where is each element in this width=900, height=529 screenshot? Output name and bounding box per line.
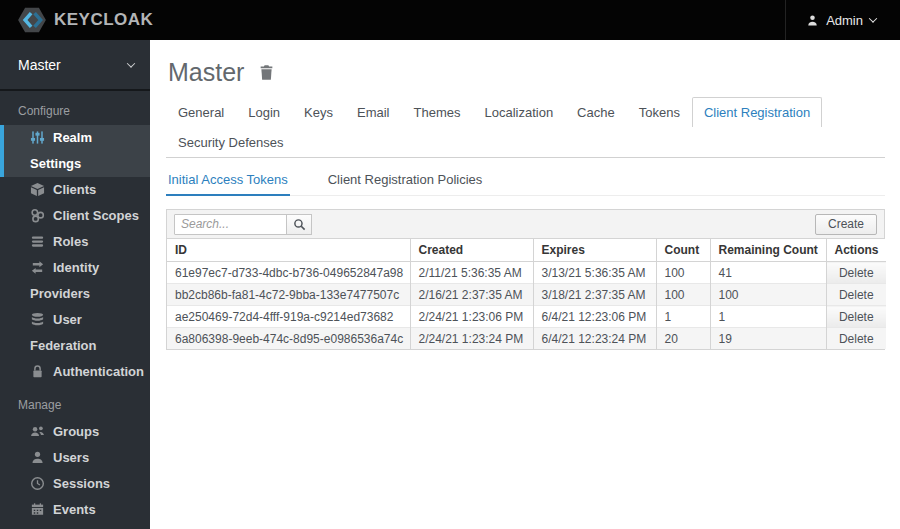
search-input[interactable] [174, 214, 287, 235]
cell-remaining: 1 [710, 306, 826, 328]
user-icon [806, 14, 819, 27]
sidebar-item-import[interactable]: Import [0, 523, 150, 529]
sidebar-item-clients[interactable]: Clients [0, 177, 150, 203]
tokens-table-card: Create IDCreatedExpiresCountRemaining Co… [166, 209, 885, 350]
cell-actions: Delete [826, 262, 886, 284]
create-button[interactable]: Create [815, 214, 877, 235]
cell-id: bb2cb86b-fa81-4c72-9bba-133e7477507c [167, 284, 410, 306]
cell-expires: 3/13/21 5:36:35 AM [533, 262, 656, 284]
user-menu[interactable]: Admin [785, 0, 900, 40]
tab-tokens[interactable]: Tokens [627, 97, 692, 127]
column-header-remaining-count: Remaining Count [710, 239, 826, 262]
client-scopes-icon [30, 208, 45, 223]
cube-icon [30, 182, 45, 197]
topbar: KEYCLOAK Admin [0, 0, 900, 40]
column-header-created: Created [410, 239, 533, 262]
main-content: Master GeneralLoginKeysEmailThemesLocali… [150, 40, 900, 529]
table-toolbar: Create [167, 210, 884, 239]
column-header-actions: Actions [826, 239, 886, 262]
delete-button[interactable]: Delete [827, 284, 887, 305]
keycloak-logo[interactable]: KEYCLOAK [0, 7, 153, 33]
nav-section-header-configure: Configure [0, 91, 150, 125]
sidebar-item-label: Sessions [53, 476, 110, 491]
cell-created: 2/24/21 1:23:24 PM [410, 328, 533, 350]
realm-selector-label: Master [18, 57, 61, 73]
sidebar-item-label: Authentication [53, 364, 144, 379]
table-body: 61e97ec7-d733-4dbc-b736-049652847a982/11… [167, 262, 886, 350]
sidebar: Master ConfigureRealm SettingsClientsCli… [0, 40, 150, 529]
cell-expires: 3/18/21 2:37:35 AM [533, 284, 656, 306]
search-button[interactable] [286, 214, 312, 235]
sidebar-item-label: Events [53, 502, 96, 517]
cell-count: 20 [656, 328, 710, 350]
cell-id: 61e97ec7-d733-4dbc-b736-049652847a98 [167, 262, 410, 284]
user-menu-label: Admin [826, 13, 863, 28]
cell-expires: 6/4/21 12:23:06 PM [533, 306, 656, 328]
cell-created: 2/11/21 5:36:35 AM [410, 262, 533, 284]
tab-keys[interactable]: Keys [292, 97, 345, 127]
cell-count: 100 [656, 262, 710, 284]
calendar-icon [30, 502, 45, 517]
cell-actions: Delete [826, 306, 886, 328]
delete-button[interactable]: Delete [827, 262, 887, 283]
table-row: bb2cb86b-fa81-4c72-9bba-133e7477507c2/16… [167, 284, 886, 306]
sidebar-item-users[interactable]: Users [0, 445, 150, 471]
column-header-id: ID [167, 239, 410, 262]
subtabs: Initial Access TokensClient Registration… [166, 166, 885, 196]
column-header-count: Count [656, 239, 710, 262]
cell-remaining: 100 [710, 284, 826, 306]
tab-security-defenses[interactable]: Security Defenses [166, 127, 296, 157]
sidebar-item-events[interactable]: Events [0, 497, 150, 523]
table-header-row: IDCreatedExpiresCountRemaining CountActi… [167, 239, 886, 262]
page-title: Master [168, 58, 244, 87]
sidebar-item-user-federation[interactable]: User Federation [0, 307, 150, 359]
database-icon [30, 312, 45, 327]
cell-created: 2/16/21 2:37:35 AM [410, 284, 533, 306]
sidebar-item-client-scopes[interactable]: Client Scopes [0, 203, 150, 229]
sidebar-item-identity-providers[interactable]: Identity Providers [0, 255, 150, 307]
cell-actions: Delete [826, 284, 886, 306]
chevron-down-icon [127, 59, 135, 67]
tab-login[interactable]: Login [236, 97, 292, 127]
cell-id: ae250469-72d4-4fff-919a-c9214ed73682 [167, 306, 410, 328]
sidebar-item-label: Users [53, 450, 89, 465]
lock-icon [30, 364, 45, 379]
sidebar-item-roles[interactable]: Roles [0, 229, 150, 255]
cell-created: 2/24/21 1:23:06 PM [410, 306, 533, 328]
clock-icon [30, 476, 45, 491]
sidebar-item-sessions[interactable]: Sessions [0, 471, 150, 497]
table-row: 6a806398-9eeb-474c-8d95-e0986536a74c2/24… [167, 328, 886, 350]
sidebar-item-label: Clients [53, 182, 96, 197]
cell-actions: Delete [826, 328, 886, 350]
sidebar-item-authentication[interactable]: Authentication [0, 359, 150, 385]
exchange-icon [30, 260, 45, 275]
cell-remaining: 41 [710, 262, 826, 284]
cell-count: 1 [656, 306, 710, 328]
chevron-down-icon [869, 14, 877, 22]
tab-cache[interactable]: Cache [565, 97, 627, 127]
trash-icon[interactable] [258, 64, 275, 82]
tab-client-registration[interactable]: Client Registration [692, 97, 822, 127]
cell-count: 100 [656, 284, 710, 306]
cell-expires: 6/4/21 12:23:24 PM [533, 328, 656, 350]
tab-themes[interactable]: Themes [401, 97, 472, 127]
cell-id: 6a806398-9eeb-474c-8d95-e0986536a74c [167, 328, 410, 350]
tokens-table: IDCreatedExpiresCountRemaining CountActi… [167, 239, 886, 349]
nav-section-header-manage: Manage [0, 385, 150, 419]
tab-email[interactable]: Email [345, 97, 402, 127]
roles-icon [30, 234, 45, 249]
delete-button[interactable]: Delete [827, 328, 887, 349]
subtab-initial-access-tokens[interactable]: Initial Access Tokens [166, 166, 290, 196]
sidebar-item-realm-settings[interactable]: Realm Settings [0, 125, 150, 177]
sidebar-item-label: Client Scopes [53, 208, 139, 223]
subtab-client-registration-policies[interactable]: Client Registration Policies [326, 166, 485, 196]
search-icon [293, 218, 306, 231]
column-header-expires: Expires [533, 239, 656, 262]
tab-localization[interactable]: Localization [472, 97, 565, 127]
realm-selector[interactable]: Master [0, 40, 150, 91]
sidebar-item-groups[interactable]: Groups [0, 419, 150, 445]
sidebar-item-label: Groups [53, 424, 99, 439]
delete-button[interactable]: Delete [827, 306, 887, 327]
tab-general[interactable]: General [166, 97, 236, 127]
cell-remaining: 19 [710, 328, 826, 350]
